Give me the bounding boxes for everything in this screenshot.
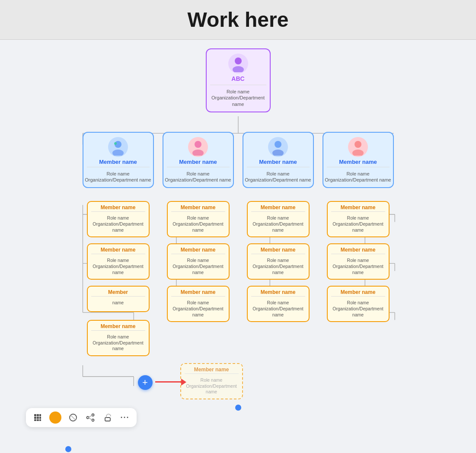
org-chart-container: ABC Role name Organization/Department na…	[0, 40, 476, 428]
svg-line-70	[89, 415, 92, 417]
l2-c3-name-1: Member name	[248, 202, 309, 211]
l2-c3-card-3[interactable]: Member name Role name Organization/Depar…	[247, 286, 310, 322]
level1-row: Member name Role name Organization/Depar…	[5, 132, 472, 188]
l2-c1-name-2: Member name	[88, 244, 149, 254]
l1-avatar-wrap-4	[323, 133, 393, 159]
svg-point-51	[192, 150, 204, 156]
l2-c1-card-bottom[interactable]: Member name Role name Organization/Depar…	[87, 320, 150, 356]
l2-c2-role-3: Role name	[168, 300, 229, 306]
l2-c4-role-2: Role name	[328, 258, 389, 264]
l2-c4-org-3: Organization/Department name	[328, 306, 389, 318]
toolbar-unlock-icon[interactable]	[102, 412, 113, 423]
svg-point-69	[92, 419, 94, 421]
ghost-card[interactable]: Member name Role name Organization/Depar…	[180, 363, 243, 399]
l2-c2-card-1[interactable]: Member name Role name Organization/Depar…	[167, 201, 230, 237]
toolbar-grid-icon[interactable]	[32, 412, 43, 423]
level2-col4: Member name Role name Organization/Depar…	[323, 201, 394, 356]
svg-line-71	[89, 418, 92, 420]
l2-c2-card-2[interactable]: Member name Role name Organization/Depar…	[167, 243, 230, 280]
l2-c1-card-3[interactable]: Member name	[87, 286, 150, 312]
l2-c3-role-3: Role name	[248, 300, 309, 306]
ghost-org: Organization/Department name	[181, 383, 242, 395]
svg-rect-72	[105, 418, 110, 421]
l1-org-1: Organization/Department name	[83, 177, 153, 183]
l1-divider-2	[167, 167, 230, 167]
root-level: ABC Role name Organization/Department na…	[5, 48, 472, 112]
svg-rect-62	[34, 419, 36, 421]
l1-role-4: Role name	[323, 171, 393, 177]
arrow-indicator	[155, 379, 186, 386]
l2-c2-name-1: Member name	[168, 202, 229, 211]
l2-c3-card-2[interactable]: Member name Role name Organization/Depar…	[247, 243, 310, 280]
add-node-button[interactable]: +	[138, 375, 153, 390]
l1-avatar-3	[268, 137, 288, 157]
l2-c1-org-2: Organization/Department name	[88, 264, 149, 275]
level2-col3: Member name Role name Organization/Depar…	[243, 201, 314, 356]
l2-c4-name-2: Member name	[328, 244, 389, 254]
l1-role-1: Role name	[83, 171, 153, 177]
toolbar-more-icon[interactable]: ···	[119, 412, 131, 423]
l2-c2-role-2: Role name	[168, 258, 229, 264]
l1-org-3: Organization/Department name	[243, 177, 313, 183]
level1-card-4[interactable]: Member name Role name Organization/Depar…	[323, 132, 394, 188]
l2-c3-name-3: Member name	[248, 287, 309, 296]
root-role: Role name	[207, 89, 270, 95]
toolbar-color-dot[interactable]	[49, 412, 61, 424]
left-expand-dot[interactable]	[65, 446, 71, 452]
svg-rect-58	[39, 414, 41, 416]
svg-point-49	[114, 142, 117, 145]
arrow-line	[155, 381, 181, 383]
level1-card-2[interactable]: Member name Role name Organization/Depar…	[163, 132, 234, 188]
svg-point-45	[235, 57, 242, 64]
svg-line-66	[70, 415, 76, 420]
l2-c3-role-2: Role name	[248, 258, 309, 264]
arrow-head	[181, 379, 186, 386]
l1-org-2: Organization/Department name	[163, 177, 233, 183]
svg-point-54	[355, 141, 361, 148]
l1-name-3: Member name	[243, 159, 313, 165]
l2-c1-card-2[interactable]: Member name Role name Organization/Depar…	[87, 243, 150, 280]
ghost-row: + Member name Role name Organization/Dep…	[5, 363, 472, 399]
l2-c4-card-2[interactable]: Member name Role name Organization/Depar…	[327, 243, 390, 280]
bottom-expand-dot[interactable]	[235, 405, 241, 411]
svg-point-53	[272, 150, 284, 156]
l2-c2-name-3: Member name	[168, 287, 229, 296]
svg-point-46	[233, 66, 244, 72]
l2-c1-name-1: Member name	[88, 202, 149, 211]
l2-c1-bottom-role: Role name	[88, 334, 149, 340]
level1-card-3[interactable]: Member name Role name Organization/Depar…	[243, 132, 314, 188]
svg-point-68	[92, 414, 94, 416]
l2-c3-card-1[interactable]: Member name Role name Organization/Depar…	[247, 201, 310, 237]
l2-c2-card-3[interactable]: Member name Role name Organization/Depar…	[167, 286, 230, 322]
toolbar-ban-icon[interactable]	[67, 412, 79, 423]
level2-col2: Member name Role name Organization/Depar…	[163, 201, 234, 356]
toolbar-share-icon[interactable]	[85, 412, 96, 423]
toolbar: ···	[26, 408, 137, 427]
level1-card-1[interactable]: Member name Role name Organization/Depar…	[83, 132, 154, 188]
l2-c1-card-1[interactable]: Member name Role name Organization/Depar…	[87, 201, 150, 237]
l2-c1-role-1: Role name	[88, 215, 149, 221]
l1-role-2: Role name	[163, 171, 233, 177]
l2-c3-org-2: Organization/Department name	[248, 264, 309, 275]
level2-row: Member name Role name Organization/Depar…	[5, 201, 472, 356]
l2-c4-name-1: Member name	[328, 202, 389, 211]
level2-col1: Member name Role name Organization/Depar…	[83, 201, 154, 356]
l2-c2-org-2: Organization/Department name	[168, 264, 229, 275]
root-divider	[210, 85, 266, 85]
l2-c3-org-3: Organization/Department name	[248, 306, 309, 318]
page-title: Work here	[0, 8, 476, 32]
l2-c2-role-1: Role name	[168, 215, 229, 221]
l1-divider-1	[87, 167, 150, 167]
l2-c4-card-1[interactable]: Member name Role name Organization/Depar…	[327, 201, 390, 237]
l2-c4-card-3[interactable]: Member name Role name Organization/Depar…	[327, 286, 390, 322]
svg-rect-57	[37, 414, 39, 416]
svg-rect-61	[39, 417, 41, 419]
l2-c3-name-2: Member name	[248, 244, 309, 254]
l2-c2-org-1: Organization/Department name	[168, 221, 229, 233]
l2-c2-org-3: Organization/Department name	[168, 306, 229, 318]
l2-c4-name-3: Member name	[328, 287, 389, 296]
page-header: Work here	[0, 0, 476, 40]
svg-point-52	[275, 141, 281, 148]
root-card[interactable]: ABC Role name Organization/Department na…	[206, 48, 271, 112]
svg-point-48	[112, 150, 124, 156]
